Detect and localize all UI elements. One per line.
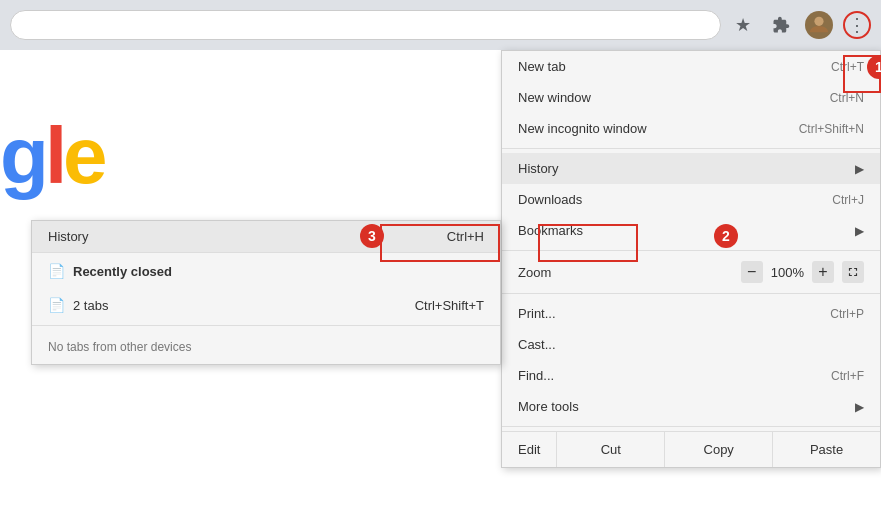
menu-item-new-tab[interactable]: New tab Ctrl+T <box>502 51 880 82</box>
google-logo: gle <box>0 110 104 202</box>
incognito-shortcut: Ctrl+Shift+N <box>799 122 864 136</box>
chrome-menu: New tab Ctrl+T New window Ctrl+N New inc… <box>501 50 881 468</box>
menu-icon[interactable]: ⋮ <box>843 11 871 39</box>
new-window-label: New window <box>518 90 591 105</box>
zoom-expand-button[interactable] <box>842 261 864 283</box>
tabs-icon: 📄 <box>48 297 65 313</box>
zoom-increase-button[interactable]: + <box>812 261 834 283</box>
divider-2 <box>502 250 880 251</box>
zoom-label: Zoom <box>518 265 551 280</box>
toolbar-icons: ★ ⋮ <box>729 11 871 39</box>
history-header-shortcut: Ctrl+H <box>447 229 484 244</box>
tabs-label: 2 tabs <box>73 298 108 313</box>
find-shortcut: Ctrl+F <box>831 369 864 383</box>
extensions-icon[interactable] <box>767 11 795 39</box>
zoom-row: Zoom − 100% + <box>502 255 880 289</box>
user-avatar <box>805 11 833 39</box>
star-icon[interactable]: ★ <box>729 11 757 39</box>
find-label: Find... <box>518 368 554 383</box>
avatar[interactable] <box>805 11 833 39</box>
history-submenu-header[interactable]: History Ctrl+H <box>32 221 500 253</box>
zoom-controls: − 100% + <box>741 261 864 283</box>
menu-item-new-window[interactable]: New window Ctrl+N <box>502 82 880 113</box>
logo-g: g <box>0 111 45 200</box>
address-bar[interactable] <box>10 10 721 40</box>
history-tabs-item[interactable]: 📄 2 tabs Ctrl+Shift+T <box>32 289 500 321</box>
edit-label: Edit <box>502 432 556 467</box>
bookmarks-label: Bookmarks <box>518 223 583 238</box>
zoom-value: 100% <box>771 265 804 280</box>
incognito-label: New incognito window <box>518 121 647 136</box>
new-tab-label: New tab <box>518 59 566 74</box>
badge-2: 2 <box>714 224 738 248</box>
downloads-label: Downloads <box>518 192 582 207</box>
recently-closed-title: 📄 Recently closed <box>32 253 500 289</box>
menu-item-print[interactable]: Print... Ctrl+P <box>502 298 880 329</box>
copy-button[interactable]: Copy <box>664 432 772 467</box>
divider-3 <box>502 293 880 294</box>
history-header-label: History <box>48 229 88 244</box>
cut-button[interactable]: Cut <box>556 432 664 467</box>
print-shortcut: Ctrl+P <box>830 307 864 321</box>
print-label: Print... <box>518 306 556 321</box>
history-arrow: ▶ <box>855 162 864 176</box>
menu-item-find[interactable]: Find... Ctrl+F <box>502 360 880 391</box>
menu-item-cast[interactable]: Cast... <box>502 329 880 360</box>
logo-l: l <box>45 111 63 200</box>
menu-item-downloads[interactable]: Downloads Ctrl+J <box>502 184 880 215</box>
menu-item-history[interactable]: History ▶ <box>502 153 880 184</box>
history-label: History <box>518 161 558 176</box>
recently-closed-icon: 📄 <box>48 263 65 279</box>
page-content: gle New tab Ctrl+T New window Ctrl+N New… <box>0 50 881 511</box>
zoom-decrease-button[interactable]: − <box>741 261 763 283</box>
paste-button[interactable]: Paste <box>772 432 880 467</box>
more-tools-arrow: ▶ <box>855 400 864 414</box>
bookmarks-arrow: ▶ <box>855 224 864 238</box>
downloads-shortcut: Ctrl+J <box>832 193 864 207</box>
menu-item-incognito[interactable]: New incognito window Ctrl+Shift+N <box>502 113 880 144</box>
divider-1 <box>502 148 880 149</box>
menu-item-more-tools[interactable]: More tools ▶ <box>502 391 880 422</box>
browser-chrome: ★ ⋮ <box>0 0 881 50</box>
menu-item-bookmarks[interactable]: Bookmarks ▶ <box>502 215 880 246</box>
badge-3: 3 <box>360 224 384 248</box>
cast-label: Cast... <box>518 337 556 352</box>
history-divider <box>32 325 500 326</box>
recently-closed-label: Recently closed <box>73 264 172 279</box>
tabs-shortcut: Ctrl+Shift+T <box>415 298 484 313</box>
logo-e1: e <box>63 111 104 200</box>
more-tools-label: More tools <box>518 399 579 414</box>
new-window-shortcut: Ctrl+N <box>830 91 864 105</box>
divider-4 <box>502 426 880 427</box>
svg-point-0 <box>814 17 823 26</box>
history-submenu: History Ctrl+H 📄 Recently closed 📄 2 tab… <box>31 220 501 365</box>
edit-bar: Edit Cut Copy Paste <box>502 431 880 467</box>
no-device-text: No tabs from other devices <box>32 330 500 364</box>
new-tab-shortcut: Ctrl+T <box>831 60 864 74</box>
